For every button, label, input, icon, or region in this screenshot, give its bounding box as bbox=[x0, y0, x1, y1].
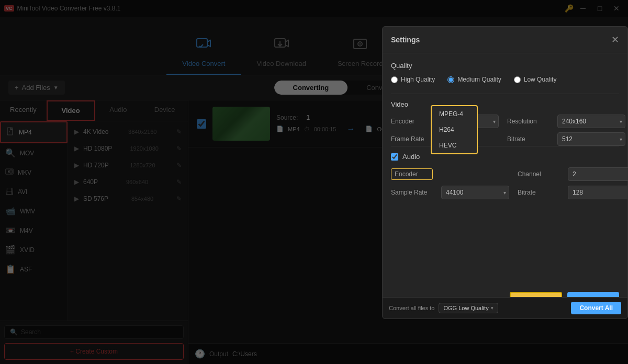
quality-high-label[interactable]: High Quality bbox=[391, 76, 435, 83]
convert-all-label: Convert all files to bbox=[389, 305, 434, 311]
bitrate-label: Bitrate bbox=[507, 135, 549, 143]
convert-all-button[interactable]: Convert All bbox=[571, 302, 621, 314]
encoder-dropdown: MPEG-4 H264 HEVC bbox=[431, 105, 478, 154]
quality-low-radio[interactable] bbox=[514, 76, 521, 83]
encoder-option-hevc[interactable]: HEVC bbox=[432, 138, 477, 153]
audio-settings-grid: Encoder Channel 2 1 Sample Rate 44100 22… bbox=[391, 167, 619, 199]
audio-section-title: Audio bbox=[402, 153, 420, 161]
quality-high-radio[interactable] bbox=[391, 76, 398, 83]
quality-medium-label[interactable]: Medium Quality bbox=[447, 76, 501, 83]
video-settings-grid: Encoder H264 MPEG-4 HEVC Resolution 240x… bbox=[391, 115, 619, 146]
quality-section-title: Quality bbox=[391, 62, 619, 70]
divider-1 bbox=[391, 94, 619, 94]
quality-medium-radio[interactable] bbox=[447, 76, 454, 83]
modal-body: Quality High Quality Medium Quality Low … bbox=[383, 53, 627, 208]
frame-rate-label: Frame Rate bbox=[391, 135, 422, 143]
convert-all-format[interactable]: OGG Low Quality ▾ bbox=[439, 303, 498, 313]
encoder-option-mpeg4[interactable]: MPEG-4 bbox=[432, 106, 477, 122]
audio-header: Audio bbox=[391, 153, 619, 161]
divider-2 bbox=[391, 146, 619, 146]
audio-bitrate-select-wrapper: 128 192 256 bbox=[568, 186, 628, 199]
sample-rate-select-wrapper: 44100 22050 48000 bbox=[441, 186, 509, 199]
sample-rate-select[interactable]: 44100 22050 48000 bbox=[441, 186, 509, 199]
convert-all-arrow-icon: ▾ bbox=[491, 305, 494, 311]
channel-select[interactable]: 2 1 bbox=[568, 167, 628, 181]
encoder-label: Encoder bbox=[391, 118, 422, 125]
video-section-title: Video bbox=[391, 100, 619, 108]
modal-header: Settings ✕ bbox=[383, 27, 627, 53]
audio-bitrate-select[interactable]: 128 192 256 bbox=[568, 186, 628, 199]
quality-row: High Quality Medium Quality Low Quality bbox=[391, 76, 619, 83]
audio-checkbox[interactable] bbox=[391, 153, 398, 161]
audio-encoder-label: Encoder bbox=[391, 168, 433, 180]
bitrate-select-wrapper: 512 256 1024 bbox=[557, 132, 625, 146]
resolution-select-wrapper: 240x160 480x320 720x480 bbox=[557, 115, 625, 128]
quality-high-text: High Quality bbox=[401, 76, 435, 83]
resolution-select[interactable]: 240x160 480x320 720x480 bbox=[557, 115, 625, 128]
settings-modal: Settings ✕ Quality High Quality Medium Q… bbox=[382, 26, 628, 319]
convert-all-format-text: OGG Low Quality bbox=[443, 305, 488, 311]
channel-select-wrapper: 2 1 bbox=[568, 167, 628, 181]
channel-label: Channel bbox=[518, 170, 559, 178]
bitrate-select[interactable]: 512 256 1024 bbox=[557, 132, 625, 146]
resolution-label: Resolution bbox=[507, 118, 549, 125]
encoder-option-h264[interactable]: H264 bbox=[432, 122, 477, 138]
modal-close-button[interactable]: ✕ bbox=[611, 34, 619, 46]
convert-all-bar: Convert all files to OGG Low Quality ▾ C… bbox=[383, 297, 627, 318]
quality-medium-text: Medium Quality bbox=[457, 76, 501, 83]
quality-low-label[interactable]: Low Quality bbox=[514, 76, 557, 83]
audio-bitrate-label: Bitrate bbox=[518, 189, 559, 196]
modal-title: Settings bbox=[391, 36, 420, 44]
sample-rate-label: Sample Rate bbox=[391, 189, 433, 196]
quality-low-text: Low Quality bbox=[524, 76, 557, 83]
audio-encoder-empty bbox=[441, 167, 509, 181]
